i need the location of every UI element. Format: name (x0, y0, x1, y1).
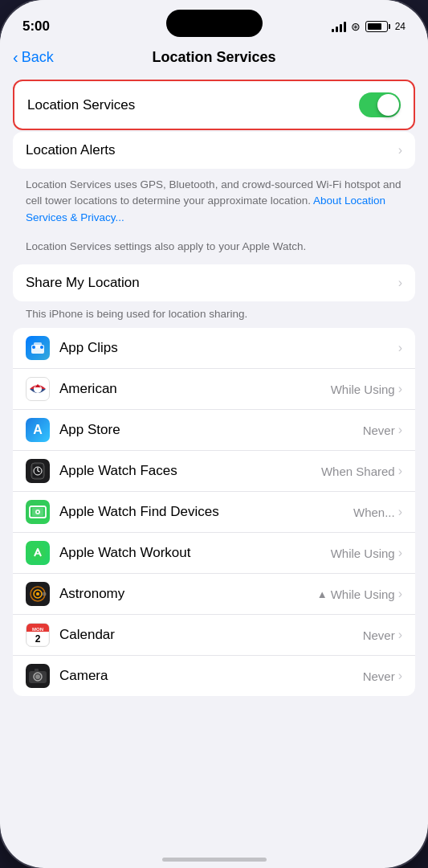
app-american-row[interactable]: American While Using › (13, 369, 415, 410)
svg-point-2 (32, 346, 35, 349)
app-astronomy-name: Astronomy (59, 586, 308, 602)
app-calendar-name: Calendar (59, 627, 353, 643)
app-finddevices-chevron-icon: › (398, 505, 402, 519)
app-camera-permission-text: Never (363, 669, 395, 683)
app-astronomy-chevron-icon: › (398, 587, 402, 601)
location-alerts-row[interactable]: Location Alerts › (13, 132, 415, 169)
app-astronomy-icon (26, 582, 50, 606)
content-area: Location Services Location Alerts › Loca… (0, 73, 428, 704)
app-astronomy-row[interactable]: Astronomy ▲ While Using › (13, 574, 415, 615)
app-watchfaces-permission-text: When Shared (321, 465, 395, 478)
location-services-toggle[interactable] (359, 92, 401, 117)
back-button[interactable]: ‹ Back (13, 48, 54, 67)
app-astronomy-location-arrow-icon: ▲ (317, 588, 328, 600)
status-time: 5:00 (22, 18, 50, 35)
app-calendar-chevron-icon: › (398, 628, 402, 642)
home-indicator (162, 858, 267, 862)
app-clips-row[interactable]: App Clips › (13, 328, 415, 369)
phone-frame: 5:00 ⊛ 24 ‹ (0, 0, 428, 868)
share-location-right: › (398, 276, 402, 290)
app-watchfaces-permission: When Shared › (321, 464, 402, 478)
share-location-row[interactable]: Share My Location › (13, 264, 415, 301)
app-camera-icon (26, 664, 50, 688)
app-workout-permission-text: While Using (331, 547, 395, 560)
svg-text:A: A (33, 423, 43, 436)
finddevices-svg (29, 503, 47, 521)
clips-svg (30, 340, 46, 356)
svg-point-21 (43, 592, 47, 596)
watchfaces-svg (29, 462, 47, 480)
app-calendar-row[interactable]: 2 MON Calendar Never › (13, 615, 415, 656)
app-camera-row[interactable]: Camera Never › (13, 656, 415, 696)
app-clips-name: App Clips (59, 340, 389, 356)
app-watchfaces-icon (26, 459, 50, 483)
app-american-name: American (59, 381, 321, 397)
location-alerts-right: › (398, 143, 402, 158)
app-appstore-chevron-icon: › (398, 423, 402, 437)
app-appstore-permission-text: Never (363, 424, 395, 437)
location-alerts-card: Location Alerts › (13, 132, 415, 169)
app-clips-icon (26, 336, 50, 360)
status-icons: ⊛ 24 (332, 20, 406, 33)
app-workout-permission: While Using › (331, 546, 402, 560)
nav-bar: ‹ Back Location Services (0, 42, 428, 73)
toggle-knob (377, 94, 399, 116)
svg-point-20 (36, 592, 39, 596)
app-list-card: App Clips › (13, 328, 415, 696)
app-american-permission-text: While Using (331, 383, 395, 396)
dynamic-island (166, 10, 263, 37)
location-description-2: Location Services settings also apply to… (13, 235, 415, 264)
location-alerts-chevron-icon: › (398, 143, 402, 158)
app-watchfaces-row[interactable]: Apple Watch Faces When Shared › (13, 451, 415, 492)
app-watchfaces-chevron-icon: › (398, 464, 402, 478)
app-finddevices-icon (26, 500, 50, 524)
share-location-card: Share My Location › (13, 264, 415, 301)
app-finddevices-permission-text: When... (353, 506, 395, 519)
svg-point-3 (40, 346, 43, 349)
app-finddevices-row[interactable]: Apple Watch Find Devices When... › (13, 492, 415, 533)
app-camera-name: Camera (59, 668, 353, 684)
share-location-chevron-icon: › (398, 276, 402, 290)
app-camera-permission: Never › (363, 669, 402, 683)
location-services-card: Location Services (13, 80, 415, 130)
share-location-info: This iPhone is being used for location s… (13, 303, 415, 328)
app-astronomy-permission: ▲ While Using › (317, 587, 402, 601)
app-american-chevron-icon: › (398, 382, 402, 396)
app-calendar-permission: Never › (363, 628, 402, 642)
app-workout-chevron-icon: › (398, 546, 402, 560)
astronomy-svg (26, 583, 49, 605)
svg-point-16 (30, 545, 46, 561)
location-description-1: Location Services uses GPS, Bluetooth, a… (13, 170, 415, 235)
workout-svg (29, 544, 47, 562)
signal-icon (332, 22, 346, 32)
wifi-icon: ⊛ (351, 20, 361, 33)
share-location-label: Share My Location (26, 275, 140, 291)
phone-screen: 5:00 ⊛ 24 ‹ (0, 0, 428, 868)
app-clips-chevron-icon: › (398, 341, 402, 355)
app-american-icon (26, 377, 50, 401)
svg-text:2: 2 (35, 633, 41, 645)
app-calendar-permission-text: Never (363, 628, 395, 642)
location-alerts-label: Location Alerts (26, 142, 116, 158)
svg-text:MON: MON (32, 627, 43, 632)
app-finddevices-name: Apple Watch Find Devices (59, 504, 344, 520)
location-toggle-label: Location Services (27, 97, 135, 113)
app-appstore-icon: A (26, 418, 50, 442)
app-appstore-name: App Store (59, 422, 353, 438)
app-finddevices-permission: When... › (353, 505, 402, 519)
share-location-info-text: This iPhone is being used for location s… (26, 308, 247, 320)
camera-svg (26, 665, 49, 687)
app-clips-permission: › (398, 341, 402, 355)
appstore-svg: A (30, 422, 46, 438)
app-workout-icon (26, 541, 50, 565)
app-appstore-row[interactable]: A App Store Never › (13, 410, 415, 451)
app-calendar-icon: 2 MON (26, 623, 50, 647)
app-workout-name: Apple Watch Workout (59, 545, 321, 561)
location-toggle-row[interactable]: Location Services (27, 81, 401, 129)
battery-percent: 24 (395, 21, 406, 32)
app-watchfaces-name: Apple Watch Faces (59, 463, 312, 479)
app-workout-row[interactable]: Apple Watch Workout While Using › (13, 533, 415, 574)
app-american-permission: While Using › (331, 382, 402, 396)
svg-point-30 (35, 674, 40, 679)
svg-rect-31 (35, 669, 39, 672)
